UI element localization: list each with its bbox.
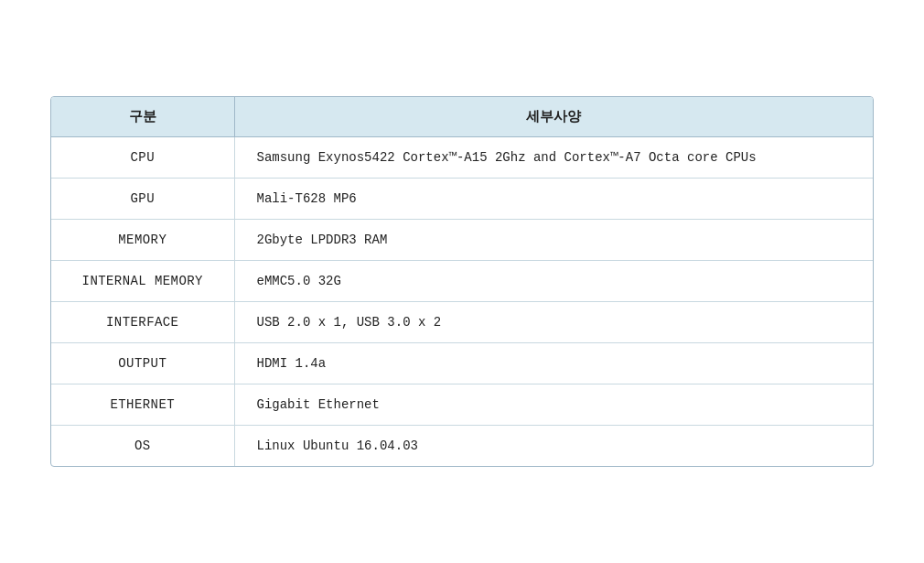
header-category: 구분 (51, 97, 234, 137)
table-row: CPUSamsung Exynos5422 Cortex™-A15 2Ghz a… (51, 137, 873, 179)
table-row: ETHERNETGigabit Ethernet (51, 384, 873, 426)
row-category: OUTPUT (51, 343, 234, 384)
table-row: GPUMali-T628 MP6 (51, 179, 873, 220)
table-row: INTERNAL MEMORYeMMC5.0 32G (51, 261, 873, 302)
table-row: MEMORY2Gbyte LPDDR3 RAM (51, 220, 873, 261)
row-category: ETHERNET (51, 384, 234, 426)
row-category: GPU (51, 179, 234, 220)
table-row: OUTPUTHDMI 1.4a (51, 343, 873, 384)
row-category: MEMORY (51, 220, 234, 261)
row-category: INTERFACE (51, 302, 234, 343)
row-spec: Linux Ubuntu 16.04.03 (234, 426, 873, 467)
row-spec: Mali-T628 MP6 (234, 179, 873, 220)
row-spec: eMMC5.0 32G (234, 261, 873, 302)
row-category: CPU (51, 137, 234, 179)
table-row: INTERFACEUSB 2.0 x 1, USB 3.0 x 2 (51, 302, 873, 343)
row-spec: HDMI 1.4a (234, 343, 873, 384)
table-header-row: 구분 세부사양 (51, 97, 873, 137)
spec-table-wrapper: 구분 세부사양 CPUSamsung Exynos5422 Cortex™-A1… (50, 96, 874, 467)
row-spec: USB 2.0 x 1, USB 3.0 x 2 (234, 302, 873, 343)
spec-table: 구분 세부사양 CPUSamsung Exynos5422 Cortex™-A1… (51, 97, 873, 466)
row-spec: Gigabit Ethernet (234, 384, 873, 426)
row-category: INTERNAL MEMORY (51, 261, 234, 302)
header-spec: 세부사양 (234, 97, 873, 137)
row-category: OS (51, 426, 234, 467)
row-spec: Samsung Exynos5422 Cortex™-A15 2Ghz and … (234, 137, 873, 179)
row-spec: 2Gbyte LPDDR3 RAM (234, 220, 873, 261)
table-row: OSLinux Ubuntu 16.04.03 (51, 426, 873, 467)
